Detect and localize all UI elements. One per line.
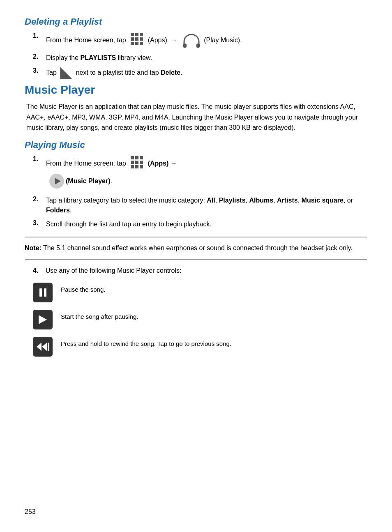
step2-text-after: library view.	[116, 54, 152, 61]
cat-playlists: Playlists	[219, 197, 246, 204]
play-step1-text: From the Home screen, tap	[46, 160, 128, 167]
play-step-3-content: Scroll through the list and tap an entry…	[46, 219, 367, 229]
play-step-num-1: 1.	[33, 155, 44, 163]
play-step-3: 3. Scroll through the list and tap an en…	[25, 219, 367, 229]
step1-apps-label: (Apps)	[148, 37, 167, 44]
step-num-4: 4.	[33, 267, 38, 274]
svg-rect-3	[131, 37, 134, 41]
playing-music-section: Playing Music 1. From the Home screen, t…	[25, 140, 367, 357]
svg-rect-11	[131, 156, 134, 159]
dark-triangle-icon	[60, 67, 72, 79]
headphones-icon	[182, 33, 201, 48]
play-step-2-content: Tap a library category tab to select the…	[46, 196, 367, 215]
play-step1-music-player: (Music Player).	[66, 176, 112, 186]
cat-folders: Folders	[46, 207, 70, 214]
delete-step-1-content: From the Home screen, tap	[46, 32, 367, 49]
control-pause-row: Pause the song.	[33, 283, 367, 302]
play-step1-apps: (Apps) →	[148, 160, 177, 167]
rewind-tri-1	[37, 343, 42, 351]
controls-intro: 4. Use any of the following Music Player…	[33, 267, 367, 274]
pause-icon-box	[33, 283, 53, 302]
svg-rect-14	[131, 161, 134, 164]
step3-text-middle: next to a playlist title and tap	[76, 69, 161, 76]
step-num-1: 1.	[33, 32, 44, 39]
cat-all: All	[207, 197, 215, 204]
music-player-title: Music Player	[25, 83, 367, 97]
svg-rect-13	[140, 156, 143, 159]
note-box: Note: The 5.1 channel sound effect works…	[25, 237, 367, 260]
pause-bar-left	[39, 288, 42, 297]
step-num-2: 2.	[33, 53, 44, 60]
note-label: Note:	[25, 244, 42, 251]
play-icon	[39, 315, 47, 324]
svg-rect-12	[135, 156, 138, 159]
apps-icon-2	[130, 155, 144, 172]
delete-step-3-content: Tap next to a playlist title and tap Del…	[46, 67, 367, 79]
play-step-1: 1. From the Home screen, tap	[25, 155, 367, 191]
svg-rect-10	[196, 44, 200, 48]
pause-description: Pause the song.	[61, 283, 105, 295]
svg-rect-1	[135, 33, 138, 36]
cat-music-square: Music square	[302, 197, 344, 204]
svg-rect-17	[131, 165, 134, 168]
deleting-playlist-title: Deleting a Playlist	[25, 16, 367, 27]
svg-rect-15	[135, 161, 138, 164]
page-number: 253	[25, 508, 36, 516]
delete-step-2-content: Display the PLAYLISTS library view.	[46, 53, 367, 63]
play-step-num-3: 3.	[33, 219, 44, 227]
svg-rect-8	[140, 42, 143, 45]
playing-music-title: Playing Music	[25, 140, 367, 150]
pause-icon	[39, 288, 46, 297]
play-step-2: 2. Tap a library category tab to select …	[25, 196, 367, 215]
play-description: Start the song after pausing.	[61, 310, 138, 322]
cat-albums: Albums	[249, 197, 273, 204]
rewind-icon-box	[33, 337, 53, 357]
music-player-description: The Music Player is an application that …	[25, 101, 367, 133]
step1-play-music-label: (Play Music).	[204, 37, 242, 44]
control-rewind-row: Press and hold to rewind the song. Tap t…	[33, 337, 367, 357]
delete-step-2: 2. Display the PLAYLISTS library view.	[25, 53, 367, 63]
svg-rect-18	[135, 165, 138, 168]
note-text: The 5.1 channel sound effect works when …	[43, 244, 353, 251]
step2-text: Display the	[46, 54, 81, 61]
music-player-circle-icon	[49, 174, 64, 189]
controls-section: 4. Use any of the following Music Player…	[25, 267, 367, 357]
play-step-1-content: From the Home screen, tap (Apps) →	[46, 155, 367, 191]
play-step-num-2: 2.	[33, 196, 44, 203]
apps-icon	[130, 32, 144, 49]
svg-rect-7	[135, 42, 138, 45]
step3-text-before: Tap	[46, 69, 58, 76]
svg-rect-6	[131, 42, 134, 45]
rewind-icon	[37, 343, 49, 351]
playing-music-steps: 1. From the Home screen, tap	[25, 155, 367, 229]
music-player-section: Music Player The Music Player is an appl…	[25, 83, 367, 133]
step4-text: Use any of the following Music Player co…	[46, 267, 182, 274]
svg-rect-16	[140, 161, 143, 164]
rewind-bar	[48, 343, 49, 351]
step2-bold: PLAYLISTS	[81, 54, 116, 61]
control-play-row: Start the song after pausing.	[33, 310, 367, 329]
delete-step-3: 3. Tap next to a playlist title and tap …	[25, 67, 367, 79]
rewind-description: Press and hold to rewind the song. Tap t…	[61, 337, 231, 349]
deleting-playlist-section: Deleting a Playlist 1. From the Home scr…	[25, 16, 367, 79]
play-icon-box	[33, 310, 53, 329]
svg-rect-2	[140, 33, 143, 36]
step1-text-before: From the Home screen, tap	[46, 37, 126, 44]
step-num-3: 3.	[33, 67, 44, 74]
svg-rect-19	[140, 165, 143, 168]
svg-rect-4	[135, 37, 138, 41]
svg-rect-0	[131, 33, 134, 36]
pause-bar-right	[44, 288, 46, 297]
step3-text-end: .	[180, 69, 182, 76]
rewind-triangles	[37, 343, 47, 351]
cat-artists: Artists	[277, 197, 298, 204]
deleting-playlist-steps: 1. From the Home screen, tap	[25, 32, 367, 79]
arrow-1: →	[171, 36, 177, 46]
svg-rect-5	[140, 37, 143, 41]
step3-bold-delete: Delete	[161, 69, 180, 76]
rewind-tri-2	[42, 343, 47, 351]
delete-step-1: 1. From the Home screen, tap	[25, 32, 367, 49]
svg-rect-9	[183, 44, 187, 48]
